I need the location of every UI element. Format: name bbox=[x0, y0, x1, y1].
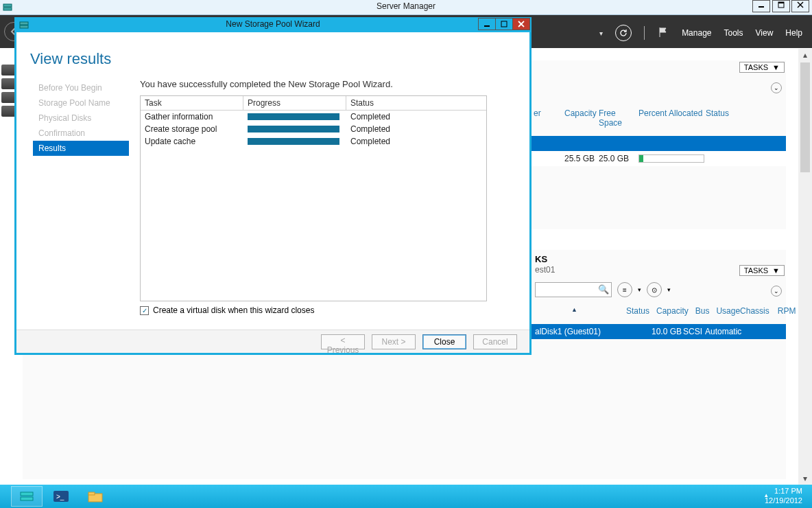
outer-window-buttons bbox=[753, 0, 809, 14]
expand-toggle-icon[interactable]: ⌄ bbox=[771, 286, 782, 297]
cell-status: Completed bbox=[346, 135, 486, 148]
scroll-down-icon[interactable]: ▾ bbox=[798, 472, 812, 485]
col-status[interactable]: Status bbox=[706, 108, 737, 128]
vertical-scrollbar[interactable]: ▴ ▾ bbox=[798, 49, 812, 485]
cell-bus: SCSI bbox=[683, 327, 705, 336]
panel-toolbar: 🔍 ≡▾ ⊙▾ bbox=[535, 281, 783, 298]
wizard-steps: Before You Begin Storage Pool Name Physi… bbox=[33, 80, 129, 156]
col-status[interactable]: Status bbox=[626, 306, 649, 316]
table-header-row: Task Progress Status bbox=[141, 96, 486, 111]
scroll-up-icon[interactable]: ▴ bbox=[798, 49, 812, 61]
cell-task: Create storage pool bbox=[141, 123, 243, 135]
refresh-icon[interactable] bbox=[615, 25, 632, 41]
col-rpm[interactable]: RPM bbox=[778, 306, 796, 316]
tasks-dropdown[interactable]: TASKS▼ bbox=[739, 265, 785, 276]
sort-indicator-icon: ▲ bbox=[571, 306, 577, 313]
dropdown-caret-icon[interactable]: ▾ bbox=[599, 30, 603, 37]
column-headers: er Capacity Free Space Percent Allocated… bbox=[564, 108, 737, 128]
step-physical-disks: Physical Disks bbox=[33, 111, 129, 126]
save-query-icon[interactable]: ⊙ bbox=[647, 282, 662, 297]
clock-date: 12/19/2012 bbox=[765, 496, 802, 505]
header-progress[interactable]: Progress bbox=[243, 96, 346, 110]
cell-usage: Automatic bbox=[705, 327, 741, 336]
checkbox-label: Create a virtual disk when this wizard c… bbox=[153, 305, 314, 315]
flag-icon[interactable] bbox=[657, 26, 669, 41]
outer-window-title: Server Manager bbox=[0, 1, 812, 11]
menu-tools[interactable]: Tools bbox=[724, 28, 743, 38]
taskbar-powershell-icon[interactable]: >_ bbox=[45, 486, 77, 507]
step-confirmation: Confirmation bbox=[33, 126, 129, 141]
cell-task: Gather information bbox=[141, 111, 243, 123]
storage-pool-wizard: New Storage Pool Wizard View results Bef… bbox=[14, 17, 532, 355]
table-row: Gather information Completed bbox=[141, 111, 486, 123]
wizard-close-button[interactable] bbox=[512, 18, 530, 30]
create-vd-checkbox[interactable]: ✓ Create a virtual disk when this wizard… bbox=[140, 305, 314, 315]
wizard-footer: < Previous Next > Close Cancel bbox=[16, 330, 529, 353]
outer-close-button[interactable] bbox=[791, 0, 809, 12]
panel-heading-partial: KS bbox=[535, 254, 547, 264]
close-button[interactable]: Close bbox=[422, 334, 466, 349]
col-free-space[interactable]: Free Space bbox=[599, 108, 638, 128]
progress-bar bbox=[248, 138, 339, 145]
tasks-dropdown[interactable]: TASKS▼ bbox=[739, 62, 785, 73]
header-task[interactable]: Task bbox=[141, 96, 243, 110]
wizard-minimize-button[interactable] bbox=[478, 18, 496, 30]
cell-capacity: 25.5 GB bbox=[564, 154, 599, 163]
checkbox-icon[interactable]: ✓ bbox=[140, 306, 149, 315]
col-chassis[interactable]: Chassis bbox=[740, 306, 769, 316]
taskbar: >_ ▴ 1:17 PM 12/19/2012 bbox=[0, 485, 812, 508]
cell-status: Completed bbox=[346, 123, 486, 135]
wizard-maximize-button[interactable] bbox=[495, 18, 513, 30]
cell-capacity: 10.0 GB bbox=[652, 327, 683, 336]
wizard-title: New Storage Pool Wizard bbox=[14, 19, 532, 29]
menu-view[interactable]: View bbox=[756, 28, 774, 38]
menu-manage[interactable]: Manage bbox=[682, 28, 711, 38]
col-server[interactable]: er bbox=[534, 108, 541, 118]
header-status[interactable]: Status bbox=[346, 96, 486, 110]
svg-rect-7 bbox=[21, 492, 33, 496]
outer-minimize-button[interactable] bbox=[752, 0, 770, 12]
svg-rect-8 bbox=[21, 497, 33, 500]
results-table: Task Progress Status Gather information … bbox=[140, 95, 487, 301]
clock-time: 1:17 PM bbox=[765, 486, 802, 496]
outer-maximize-button[interactable] bbox=[772, 0, 790, 12]
wizard-message: You have successfully completed the New … bbox=[140, 79, 393, 89]
table-row: Create storage pool Completed bbox=[141, 123, 486, 135]
scroll-thumb[interactable] bbox=[800, 62, 810, 172]
allocation-bar bbox=[638, 154, 704, 163]
filter-icon[interactable]: ≡ bbox=[617, 282, 632, 297]
previous-button: < Previous bbox=[321, 334, 365, 349]
progress-bar bbox=[248, 126, 339, 132]
col-capacity[interactable]: Capacity bbox=[564, 108, 599, 128]
wizard-titlebar[interactable]: New Storage Pool Wizard bbox=[14, 17, 532, 32]
tasks-label: TASKS bbox=[744, 63, 768, 71]
col-bus[interactable]: Bus bbox=[695, 306, 710, 316]
cell-task: Update cache bbox=[141, 135, 243, 148]
col-capacity[interactable]: Capacity bbox=[656, 306, 689, 316]
wizard-heading: View results bbox=[30, 50, 111, 68]
cancel-button: Cancel bbox=[473, 334, 517, 349]
panel-subhead-partial: est01 bbox=[535, 265, 555, 275]
column-headers: ▲ Status Capacity Bus Usage Chassis RPM bbox=[537, 306, 780, 316]
step-before-you-begin: Before You Begin bbox=[33, 80, 129, 95]
taskbar-server-manager-icon[interactable] bbox=[11, 486, 43, 507]
cell-free: 25.0 GB bbox=[599, 154, 634, 163]
table-row: Update cache Completed bbox=[141, 135, 486, 148]
menu-help[interactable]: Help bbox=[785, 28, 802, 38]
search-box[interactable]: 🔍 bbox=[535, 282, 612, 297]
taskbar-clock[interactable]: ▴ 1:17 PM 12/19/2012 bbox=[765, 486, 802, 507]
cell-status: Completed bbox=[346, 111, 486, 123]
search-icon[interactable]: 🔍 bbox=[598, 284, 609, 295]
col-percent-allocated[interactable]: Percent Allocated bbox=[638, 108, 706, 128]
toolbar-separator bbox=[644, 26, 645, 40]
next-button: Next > bbox=[372, 334, 416, 349]
expand-toggle-icon[interactable]: ⌄ bbox=[771, 82, 782, 93]
col-usage[interactable]: Usage bbox=[716, 306, 740, 316]
svg-rect-16 bbox=[501, 21, 507, 27]
step-storage-pool-name: Storage Pool Name bbox=[33, 95, 129, 111]
tray-arrow-icon[interactable]: ▴ bbox=[765, 490, 768, 500]
step-results: Results bbox=[33, 141, 129, 156]
svg-rect-12 bbox=[88, 492, 95, 495]
svg-text:>_: >_ bbox=[56, 493, 64, 500]
taskbar-explorer-icon[interactable] bbox=[80, 486, 111, 507]
